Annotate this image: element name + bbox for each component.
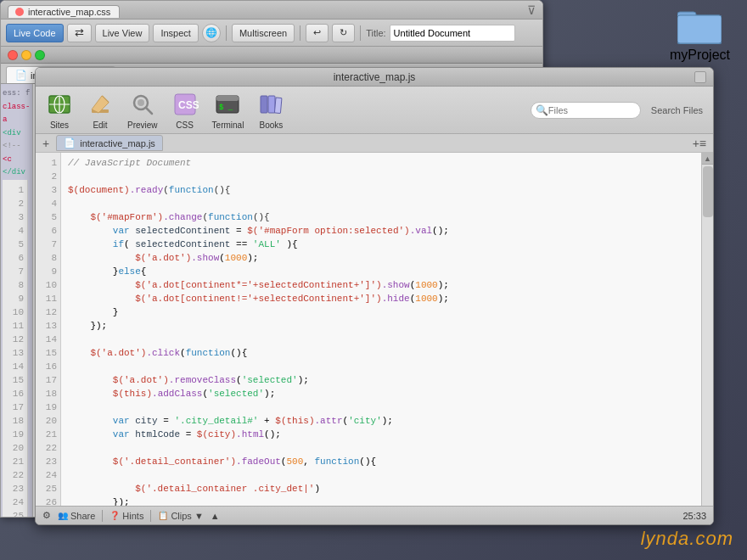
inner-triangle-icon: ▲: [211, 511, 220, 518]
preview-label: Preview: [127, 120, 158, 130]
win-minimize-btn[interactable]: [21, 50, 31, 60]
live-code-label: Live Code: [14, 28, 56, 38]
books-label: Books: [259, 120, 283, 130]
edit-tool[interactable]: Edit: [87, 91, 114, 130]
refresh-prev-button[interactable]: ↩: [306, 24, 329, 42]
inner-code-text: // JavaScript Document $(document).ready…: [61, 153, 542, 506]
preview-tool[interactable]: Preview: [127, 91, 158, 130]
inner-clips-item[interactable]: 📋 Clips ▼: [158, 511, 203, 518]
inner-code-content: 12345 678910 1112131415 1617181920 21222…: [36, 153, 542, 506]
window-chrome: [1, 47, 542, 64]
edit-label: Edit: [93, 120, 107, 130]
svg-text:$ _: $ _: [219, 104, 233, 112]
search-field-wrap: 🔍: [531, 102, 542, 119]
inner-line-numbers: 12345 678910 1112131415 1617181920 21222…: [36, 153, 61, 506]
code-editor: 📄 interactive_map.js + ess: f class-a <d…: [1, 64, 542, 517]
lynda-com: com: [695, 528, 733, 549]
toolbar-sep1: [226, 25, 227, 41]
inner-status-sep2: [150, 510, 151, 518]
svg-rect-2: [677, 15, 722, 43]
edit-icon: [87, 91, 114, 118]
toolbar: Live Code ⇄ Live View Inspect 🌐 Multiscr…: [1, 20, 542, 47]
title-bar: interactive_map.css ⊽: [1, 1, 542, 20]
multiscreen-button[interactable]: Multiscreen: [232, 24, 295, 42]
filter-icon: ⊽: [527, 3, 536, 17]
inner-clips-arrow: ▼: [194, 511, 204, 518]
tab-label-css: interactive_map.css: [28, 7, 110, 17]
css-label: CSS: [176, 120, 194, 130]
sites-label: Sites: [50, 120, 69, 130]
svg-rect-20: [268, 96, 275, 113]
svg-line-12: [146, 108, 152, 114]
lynda-watermark: lynda.com: [641, 528, 733, 550]
desktop-folder[interactable]: myProject: [670, 8, 730, 63]
folder-label: myProject: [670, 48, 730, 63]
inner-status-bar: ⚙ 👥 Share ❓ Hints 📋 Clips ▼ ▲ 25:33: [36, 506, 542, 517]
svg-text:CSS: CSS: [178, 99, 199, 111]
multiscreen-label: Multiscreen: [239, 28, 287, 38]
inner-titlebar: interactive_map.js: [36, 68, 542, 87]
css-tool[interactable]: CSS CSS: [171, 91, 199, 130]
inner-gear-item[interactable]: ⚙: [42, 510, 51, 517]
preview-icon: [129, 91, 156, 118]
svg-point-13: [138, 99, 144, 106]
tab-close-icon[interactable]: [15, 8, 24, 16]
left-panel: ess: f class-a <div <!-- <c </div 12345 …: [1, 84, 33, 517]
line-numbers: 12345 678910 1112131415 1617181920 21222…: [3, 180, 28, 518]
globe-button[interactable]: 🌐: [202, 24, 221, 42]
toolbar-sep2: [300, 25, 300, 41]
plus-button[interactable]: +: [42, 137, 49, 150]
svg-rect-19: [261, 96, 267, 113]
folder-icon: [677, 8, 722, 44]
search-magnifier-icon: 🔍: [536, 104, 542, 116]
inner-hints-item[interactable]: ❓ Hints: [110, 511, 143, 518]
books-icon: [257, 91, 284, 118]
toggle-button[interactable]: ⇄: [67, 24, 92, 42]
dw-window: interactive_map.css ⊽ Live Code ⇄ Live V…: [0, 0, 543, 518]
inner-share-item[interactable]: 👥 Share: [58, 511, 95, 518]
inspect-label: Inspect: [160, 28, 190, 38]
title-input[interactable]: [390, 25, 515, 42]
toolbar-sep3: [360, 25, 361, 41]
inner-status-sep1: [102, 510, 103, 518]
inner-triangle-item[interactable]: ▲: [211, 511, 220, 518]
terminal-tool[interactable]: $ _ Terminal: [212, 91, 244, 130]
svg-rect-17: [216, 96, 239, 101]
live-code-button[interactable]: Live Code: [6, 24, 64, 42]
books-tool[interactable]: Books: [257, 91, 284, 130]
sites-icon: [46, 91, 73, 118]
win-close-btn[interactable]: [8, 50, 18, 60]
file-tab-label: interactive_map.js: [80, 138, 155, 148]
sites-tool[interactable]: Sites: [46, 91, 73, 130]
css-icon: CSS: [171, 91, 199, 118]
file-panel-header: + 📄 interactive_map.js +≡: [36, 134, 542, 153]
lynda-text: lynda: [641, 528, 690, 549]
title-label: Title:: [366, 28, 385, 38]
inner-clips-label: Clips: [171, 511, 191, 518]
inner-search-area: 🔍 Search Files: [531, 102, 542, 119]
live-view-button[interactable]: Live View: [95, 24, 150, 42]
inspect-button[interactable]: Inspect: [153, 24, 198, 42]
live-view-label: Live View: [103, 28, 143, 38]
refresh-button[interactable]: ↻: [332, 24, 355, 42]
terminal-icon: $ _: [214, 91, 241, 118]
terminal-label: Terminal: [212, 120, 244, 130]
win-maximize-btn[interactable]: [35, 50, 45, 60]
inner-toolbar: Sites Edit Prev: [36, 87, 542, 134]
inner-hints-label: Hints: [122, 511, 143, 518]
files-panel-window: interactive_map.js Sites: [35, 67, 542, 517]
title-tab-css[interactable]: interactive_map.css: [8, 5, 120, 18]
svg-rect-21: [275, 98, 283, 114]
file-tab-js[interactable]: 📄 interactive_map.js: [56, 135, 163, 151]
inner-title: interactive_map.js: [334, 71, 416, 83]
inner-gear-icon: ⚙: [42, 510, 51, 517]
inner-share-label: Share: [70, 511, 95, 518]
